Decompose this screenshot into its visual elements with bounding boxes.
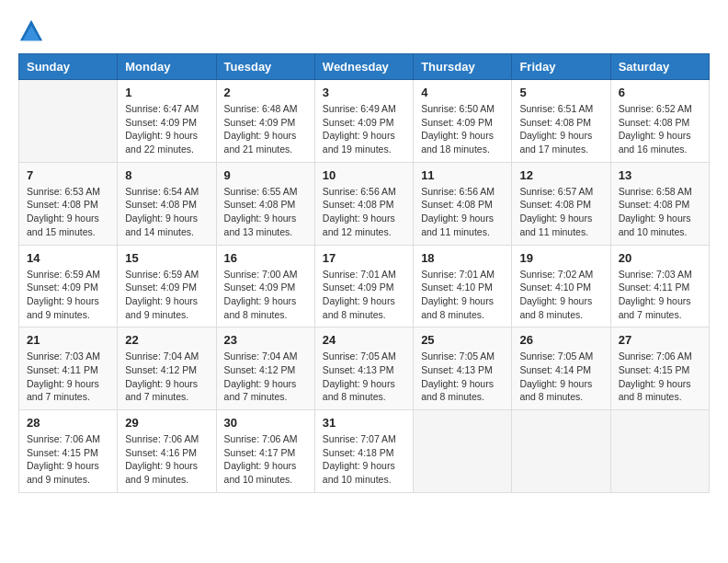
day-number: 26 xyxy=(519,333,602,347)
day-number: 7 xyxy=(27,168,109,182)
day-number: 10 xyxy=(323,168,405,182)
day-info: Sunrise: 6:52 AM Sunset: 4:08 PM Dayligh… xyxy=(619,102,701,156)
day-number: 23 xyxy=(224,333,307,347)
day-info: Sunrise: 6:55 AM Sunset: 4:08 PM Dayligh… xyxy=(224,185,307,239)
calendar-cell: 4Sunrise: 6:50 AM Sunset: 4:09 PM Daylig… xyxy=(414,80,512,163)
calendar-cell: 19Sunrise: 7:02 AM Sunset: 4:10 PM Dayli… xyxy=(512,245,610,327)
day-number: 21 xyxy=(27,333,109,347)
day-number: 9 xyxy=(224,168,307,182)
day-info: Sunrise: 7:04 AM Sunset: 4:12 PM Dayligh… xyxy=(125,350,208,404)
calendar-cell xyxy=(19,80,118,163)
day-number: 12 xyxy=(519,168,602,182)
calendar-cell: 31Sunrise: 7:07 AM Sunset: 4:18 PM Dayli… xyxy=(314,410,413,493)
day-info: Sunrise: 7:05 AM Sunset: 4:13 PM Dayligh… xyxy=(421,350,504,404)
day-number: 3 xyxy=(323,86,405,99)
day-header-monday: Monday xyxy=(118,54,216,80)
day-info: Sunrise: 7:05 AM Sunset: 4:14 PM Dayligh… xyxy=(519,350,602,404)
day-number: 29 xyxy=(125,416,208,430)
calendar-cell: 20Sunrise: 7:03 AM Sunset: 4:11 PM Dayli… xyxy=(610,245,709,327)
calendar-cell: 8Sunrise: 6:54 AM Sunset: 4:08 PM Daylig… xyxy=(118,162,216,245)
calendar-cell: 17Sunrise: 7:01 AM Sunset: 4:09 PM Dayli… xyxy=(314,245,413,327)
calendar-cell: 25Sunrise: 7:05 AM Sunset: 4:13 PM Dayli… xyxy=(414,327,512,410)
calendar-week-4: 21Sunrise: 7:03 AM Sunset: 4:11 PM Dayli… xyxy=(19,327,710,410)
calendar-cell: 12Sunrise: 6:57 AM Sunset: 4:08 PM Dayli… xyxy=(512,162,610,245)
day-number: 5 xyxy=(519,86,602,99)
day-header-sunday: Sunday xyxy=(19,54,118,80)
day-info: Sunrise: 7:06 AM Sunset: 4:15 PM Dayligh… xyxy=(619,350,701,404)
day-number: 1 xyxy=(125,86,208,99)
day-info: Sunrise: 7:07 AM Sunset: 4:18 PM Dayligh… xyxy=(323,432,405,487)
day-info: Sunrise: 6:50 AM Sunset: 4:09 PM Dayligh… xyxy=(421,102,504,156)
day-number: 2 xyxy=(224,86,307,99)
day-info: Sunrise: 7:04 AM Sunset: 4:12 PM Dayligh… xyxy=(224,350,307,404)
calendar-week-5: 28Sunrise: 7:06 AM Sunset: 4:15 PM Dayli… xyxy=(19,410,710,493)
calendar-cell: 2Sunrise: 6:48 AM Sunset: 4:09 PM Daylig… xyxy=(216,80,314,163)
day-number: 24 xyxy=(323,333,405,347)
day-info: Sunrise: 7:02 AM Sunset: 4:10 PM Dayligh… xyxy=(519,268,602,322)
logo xyxy=(18,18,48,44)
calendar-cell: 24Sunrise: 7:05 AM Sunset: 4:13 PM Dayli… xyxy=(314,327,413,410)
calendar-cell: 18Sunrise: 7:01 AM Sunset: 4:10 PM Dayli… xyxy=(414,245,512,327)
day-info: Sunrise: 6:58 AM Sunset: 4:08 PM Dayligh… xyxy=(619,185,701,239)
day-number: 25 xyxy=(421,333,504,347)
calendar-cell: 28Sunrise: 7:06 AM Sunset: 4:15 PM Dayli… xyxy=(19,410,118,493)
day-header-friday: Friday xyxy=(512,54,610,80)
day-number: 11 xyxy=(421,168,504,182)
calendar-cell: 6Sunrise: 6:52 AM Sunset: 4:08 PM Daylig… xyxy=(610,80,709,163)
day-header-wednesday: Wednesday xyxy=(314,54,413,80)
day-number: 8 xyxy=(125,168,208,182)
day-info: Sunrise: 6:48 AM Sunset: 4:09 PM Dayligh… xyxy=(224,102,307,156)
day-info: Sunrise: 7:03 AM Sunset: 4:11 PM Dayligh… xyxy=(27,350,109,404)
page-header xyxy=(18,18,710,44)
day-header-saturday: Saturday xyxy=(610,54,709,80)
day-info: Sunrise: 7:06 AM Sunset: 4:15 PM Dayligh… xyxy=(27,432,109,487)
day-info: Sunrise: 6:57 AM Sunset: 4:08 PM Dayligh… xyxy=(519,185,602,239)
calendar-cell: 10Sunrise: 6:56 AM Sunset: 4:08 PM Dayli… xyxy=(314,162,413,245)
day-number: 16 xyxy=(224,251,307,265)
day-header-thursday: Thursday xyxy=(414,54,512,80)
calendar-week-3: 14Sunrise: 6:59 AM Sunset: 4:09 PM Dayli… xyxy=(19,245,710,327)
calendar-cell xyxy=(610,410,709,493)
day-number: 18 xyxy=(421,251,504,265)
calendar-cell: 23Sunrise: 7:04 AM Sunset: 4:12 PM Dayli… xyxy=(216,327,314,410)
calendar-cell xyxy=(414,410,512,493)
day-number: 19 xyxy=(519,251,602,265)
day-info: Sunrise: 7:03 AM Sunset: 4:11 PM Dayligh… xyxy=(619,268,701,322)
day-number: 27 xyxy=(619,333,701,347)
calendar-cell: 3Sunrise: 6:49 AM Sunset: 4:09 PM Daylig… xyxy=(314,80,413,163)
calendar-cell: 16Sunrise: 7:00 AM Sunset: 4:09 PM Dayli… xyxy=(216,245,314,327)
calendar-cell: 7Sunrise: 6:53 AM Sunset: 4:08 PM Daylig… xyxy=(19,162,118,245)
calendar-week-2: 7Sunrise: 6:53 AM Sunset: 4:08 PM Daylig… xyxy=(19,162,710,245)
day-info: Sunrise: 6:59 AM Sunset: 4:09 PM Dayligh… xyxy=(27,268,109,322)
day-info: Sunrise: 6:47 AM Sunset: 4:09 PM Dayligh… xyxy=(125,102,208,156)
day-info: Sunrise: 6:56 AM Sunset: 4:08 PM Dayligh… xyxy=(421,185,504,239)
calendar-cell: 30Sunrise: 7:06 AM Sunset: 4:17 PM Dayli… xyxy=(216,410,314,493)
day-number: 22 xyxy=(125,333,208,347)
calendar-cell: 29Sunrise: 7:06 AM Sunset: 4:16 PM Dayli… xyxy=(118,410,216,493)
day-number: 6 xyxy=(619,86,701,99)
day-number: 30 xyxy=(224,416,307,430)
day-info: Sunrise: 6:51 AM Sunset: 4:08 PM Dayligh… xyxy=(519,102,602,156)
calendar-cell: 27Sunrise: 7:06 AM Sunset: 4:15 PM Dayli… xyxy=(610,327,709,410)
day-number: 17 xyxy=(323,251,405,265)
calendar-header-row: SundayMondayTuesdayWednesdayThursdayFrid… xyxy=(19,54,710,80)
calendar-cell: 14Sunrise: 6:59 AM Sunset: 4:09 PM Dayli… xyxy=(19,245,118,327)
day-info: Sunrise: 7:06 AM Sunset: 4:17 PM Dayligh… xyxy=(224,432,307,487)
day-info: Sunrise: 7:00 AM Sunset: 4:09 PM Dayligh… xyxy=(224,268,307,322)
logo-icon xyxy=(18,18,44,44)
day-number: 31 xyxy=(323,416,405,430)
calendar-cell: 11Sunrise: 6:56 AM Sunset: 4:08 PM Dayli… xyxy=(414,162,512,245)
day-info: Sunrise: 6:54 AM Sunset: 4:08 PM Dayligh… xyxy=(125,185,208,239)
day-info: Sunrise: 7:05 AM Sunset: 4:13 PM Dayligh… xyxy=(323,350,405,404)
day-number: 14 xyxy=(27,251,109,265)
calendar-cell: 21Sunrise: 7:03 AM Sunset: 4:11 PM Dayli… xyxy=(19,327,118,410)
day-info: Sunrise: 6:49 AM Sunset: 4:09 PM Dayligh… xyxy=(323,102,405,156)
calendar-cell: 26Sunrise: 7:05 AM Sunset: 4:14 PM Dayli… xyxy=(512,327,610,410)
calendar-table: SundayMondayTuesdayWednesdayThursdayFrid… xyxy=(18,53,710,493)
day-number: 20 xyxy=(619,251,701,265)
day-number: 28 xyxy=(27,416,109,430)
day-number: 13 xyxy=(619,168,701,182)
day-header-tuesday: Tuesday xyxy=(216,54,314,80)
calendar-cell: 13Sunrise: 6:58 AM Sunset: 4:08 PM Dayli… xyxy=(610,162,709,245)
calendar-cell: 1Sunrise: 6:47 AM Sunset: 4:09 PM Daylig… xyxy=(118,80,216,163)
